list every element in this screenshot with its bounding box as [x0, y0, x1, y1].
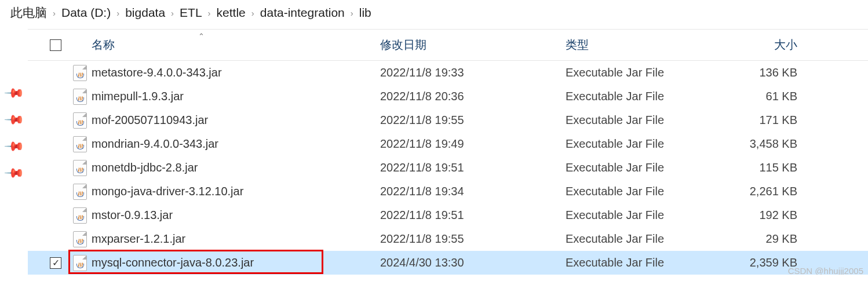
chevron-right-icon: ›: [116, 8, 119, 18]
file-name[interactable]: mimepull-1.9.3.jar: [90, 90, 380, 103]
sort-indicator-icon: ⌃: [198, 32, 205, 41]
breadcrumb-item[interactable]: Data (D:): [61, 6, 111, 20]
file-list-panel: ⌃ 名称 修改日期 类型 大小 metastore-9.4.0.0-343.ja…: [28, 29, 868, 275]
file-size: 115 KB: [716, 161, 815, 174]
file-date: 2022/11/8 19:49: [380, 137, 566, 151]
file-type: Executable Jar File: [566, 66, 716, 79]
pin-icon: 📌: [0, 158, 29, 188]
file-date: 2022/11/8 20:36: [380, 90, 566, 103]
file-size: 29 KB: [716, 232, 815, 246]
file-name[interactable]: mondrian-9.4.0.0-343.jar: [90, 137, 380, 151]
file-row[interactable]: monetdb-jdbc-2.8.jar2022/11/8 19:51Execu…: [28, 156, 868, 180]
file-row[interactable]: mondrian-9.4.0.0-343.jar2022/11/8 19:49E…: [28, 132, 868, 156]
file-name[interactable]: mof-200507110943.jar: [90, 114, 380, 127]
breadcrumb[interactable]: 此电脑›Data (D:)›bigdata›ETL›kettle›data-in…: [0, 0, 868, 29]
file-name[interactable]: mongo-java-driver-3.12.10.jar: [90, 185, 380, 198]
file-name[interactable]: metastore-9.4.0.0-343.jar: [90, 66, 380, 79]
file-name[interactable]: mstor-0.9.13.jar: [90, 209, 380, 222]
file-type: Executable Jar File: [566, 114, 716, 127]
breadcrumb-item[interactable]: kettle: [217, 6, 246, 20]
file-type: Executable Jar File: [566, 256, 716, 269]
file-row[interactable]: metastore-9.4.0.0-343.jar2022/11/8 19:33…: [28, 61, 868, 85]
breadcrumb-item[interactable]: ETL: [180, 6, 202, 20]
pin-icon: 📌: [0, 105, 29, 135]
file-date: 2022/11/8 19:55: [380, 232, 566, 246]
row-checkbox[interactable]: ✓: [50, 257, 61, 269]
file-date: 2022/11/8 19:55: [380, 114, 566, 127]
jar-file-icon: [73, 136, 87, 152]
jar-file-icon: [73, 184, 87, 200]
file-date: 2022/11/8 19:51: [380, 161, 566, 174]
file-date: 2022/11/8 19:34: [380, 185, 566, 198]
chevron-right-icon: ›: [171, 8, 174, 18]
file-date: 2024/4/30 13:30: [380, 256, 566, 269]
file-size: 2,261 KB: [716, 185, 815, 198]
select-all-checkbox[interactable]: [50, 39, 61, 51]
file-name[interactable]: mxparser-1.2.1.jar: [90, 232, 380, 246]
file-size: 2,359 KB: [716, 256, 815, 269]
file-size: 3,458 KB: [716, 137, 815, 151]
file-type: Executable Jar File: [566, 209, 716, 222]
file-size: 61 KB: [716, 90, 815, 103]
file-type: Executable Jar File: [566, 137, 716, 151]
file-row[interactable]: mongo-java-driver-3.12.10.jar2022/11/8 1…: [28, 180, 868, 203]
file-date: 2022/11/8 19:33: [380, 66, 566, 79]
file-row[interactable]: mxparser-1.2.1.jar2022/11/8 19:55Executa…: [28, 227, 868, 251]
breadcrumb-item[interactable]: bigdata: [125, 6, 165, 20]
pin-icon: 📌: [0, 132, 29, 162]
jar-file-icon: [73, 231, 87, 247]
file-date: 2022/11/8 19:51: [380, 209, 566, 222]
file-size: 171 KB: [716, 114, 815, 127]
pin-icon: 📌: [0, 78, 29, 108]
jar-file-icon: [73, 207, 87, 224]
jar-file-icon: [73, 255, 87, 271]
file-type: Executable Jar File: [566, 90, 716, 103]
column-header-date[interactable]: 修改日期: [380, 37, 566, 53]
column-header-name[interactable]: 名称: [90, 37, 380, 53]
breadcrumb-item[interactable]: data-integration: [260, 6, 345, 20]
file-type: Executable Jar File: [566, 185, 716, 198]
jar-file-icon: [73, 112, 87, 129]
column-header-size[interactable]: 大小: [716, 37, 815, 53]
file-type: Executable Jar File: [566, 232, 716, 246]
jar-file-icon: [73, 160, 87, 176]
file-row[interactable]: mimepull-1.9.3.jar2022/11/8 20:36Executa…: [28, 85, 868, 108]
file-row[interactable]: mof-200507110943.jar2022/11/8 19:55Execu…: [28, 108, 868, 132]
file-size: 136 KB: [716, 66, 815, 79]
column-header-row: ⌃ 名称 修改日期 类型 大小: [28, 29, 868, 61]
breadcrumb-item[interactable]: lib: [359, 6, 371, 20]
jar-file-icon: [73, 89, 87, 105]
file-name[interactable]: monetdb-jdbc-2.8.jar: [90, 161, 380, 174]
column-header-type[interactable]: 类型: [566, 37, 716, 53]
chevron-right-icon: ›: [251, 8, 254, 18]
file-type: Executable Jar File: [566, 161, 716, 174]
chevron-right-icon: ›: [53, 8, 56, 18]
file-row[interactable]: ✓mysql-connector-java-8.0.23.jar2024/4/3…: [28, 251, 868, 275]
file-row[interactable]: mstor-0.9.13.jar2022/11/8 19:51Executabl…: [28, 203, 868, 227]
quick-access-gutter: 📌 📌 📌 📌: [0, 29, 28, 275]
file-size: 192 KB: [716, 209, 815, 222]
jar-file-icon: [73, 65, 87, 81]
chevron-right-icon: ›: [208, 8, 211, 18]
chevron-right-icon: ›: [351, 8, 353, 18]
file-name[interactable]: mysql-connector-java-8.0.23.jar: [90, 256, 380, 269]
breadcrumb-item[interactable]: 此电脑: [10, 5, 47, 21]
